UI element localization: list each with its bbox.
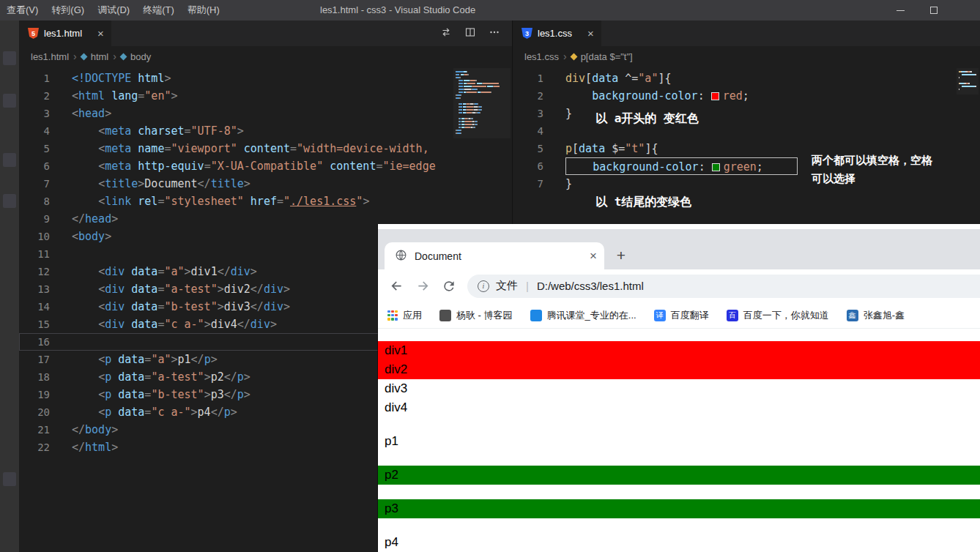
page-div1: div1 [378, 341, 980, 360]
line-number: 4 [19, 122, 72, 140]
tencent-classroom-favicon [530, 310, 542, 321]
code-line-2[interactable]: 2<html lang="en"> [19, 87, 512, 105]
line-number: 9 [19, 210, 72, 228]
close-tab-icon[interactable]: × [97, 28, 104, 39]
breadcrumb-separator: › [113, 51, 116, 62]
annotation-red-note: 以 a开头的 变红色 [595, 111, 699, 127]
code-line-4[interactable]: 4 [513, 122, 980, 140]
line-number: 20 [19, 403, 72, 421]
page-div3: div3 [378, 379, 980, 398]
close-tab-icon[interactable]: × [590, 250, 597, 262]
breadcrumb-separator: › [563, 51, 567, 62]
bookmark-tencent-classroom[interactable]: 腾讯课堂_专业的在... [530, 309, 636, 322]
line-number: 18 [19, 368, 72, 386]
bookmark-baidu-translate[interactable]: 译百度翻译 [654, 309, 709, 322]
bookmark-label: 杨耿 - 博客园 [456, 309, 513, 322]
menu-item[interactable]: 查看(V) [0, 0, 45, 20]
menu-item[interactable]: 转到(G) [45, 0, 91, 20]
menu-item[interactable]: 调试(D) [91, 0, 136, 20]
zhangxinxu-favicon: 鑫 [847, 310, 858, 321]
close-tab-icon[interactable]: × [587, 28, 594, 39]
activity-item[interactable] [3, 51, 16, 65]
code-line-7[interactable]: 7} [513, 175, 980, 193]
editor-actions [440, 20, 512, 46]
code-line-2[interactable]: 2 background-color: red; [513, 87, 980, 105]
code-line-8[interactable]: 8 <link rel="stylesheet" href="./les1.cs… [19, 193, 512, 210]
css-file-icon: 3 [521, 28, 532, 39]
line-number: 17 [19, 351, 72, 368]
line-number: 15 [19, 316, 72, 333]
more-actions-icon[interactable] [489, 26, 500, 41]
page-p1: p1 [378, 432, 980, 451]
line-number: 1 [19, 70, 72, 87]
minimize-button[interactable] [883, 0, 917, 20]
breadcrumb-item-file[interactable]: les1.html [31, 51, 69, 62]
browser-tab-document[interactable]: Document × [385, 242, 604, 269]
line-number: 7 [19, 175, 72, 193]
rendered-page: div1div2div3div4p1p2p3p4 [378, 329, 980, 552]
code-line-6[interactable]: 6 <meta http-equiv="X-UA-Compatible" con… [19, 157, 512, 175]
globe-favicon-icon [395, 249, 407, 264]
minimap[interactable] [453, 68, 511, 138]
annotation-green-note: 以 t结尾的变绿色 [595, 195, 691, 210]
bookmark-label: 应用 [403, 309, 422, 322]
bookmark-yanggeng-blog[interactable]: 杨耿 - 博客园 [439, 309, 513, 322]
color-swatch[interactable] [711, 92, 719, 100]
new-tab-button[interactable]: + [610, 244, 632, 267]
address-url: D:/web/css3/les1.html [537, 280, 644, 292]
code-line-5[interactable]: 5 <meta name="viewport" content="width=d… [19, 140, 512, 157]
browser-tab-strip: Document × + [378, 229, 980, 269]
line-number: 22 [19, 439, 72, 456]
maximize-button[interactable] [917, 0, 951, 20]
breadcrumb-item-selector[interactable]: p[data $="t"] [581, 51, 633, 62]
back-button[interactable] [385, 275, 407, 297]
color-swatch[interactable] [712, 163, 720, 171]
line-number: 6 [19, 157, 72, 175]
window-title: les1.html - css3 - Visual Studio Code [320, 0, 475, 20]
code-line-7[interactable]: 7 <title>Document</title> [19, 175, 512, 193]
code-line-3[interactable]: 3<head> [19, 105, 512, 122]
breadcrumb: les1.html › html › body [19, 46, 512, 67]
code-line-1[interactable]: 1<!DOCTYPE html> [19, 70, 512, 87]
split-editor-icon[interactable] [464, 26, 476, 41]
tab-les1-html[interactable]: 5 les1.html × [19, 20, 111, 46]
activity-item[interactable] [3, 94, 16, 108]
code-line-4[interactable]: 4 <meta charset="UTF-8"> [19, 122, 512, 140]
menu-item[interactable]: 终端(T) [136, 0, 181, 20]
line-number: 8 [19, 193, 72, 210]
activity-bar [0, 20, 19, 552]
bookmark-baidu[interactable]: 百百度一下，你就知道 [727, 309, 829, 322]
line-number: 6 [513, 157, 565, 175]
browser-window: Document × + i 文件 | D:/web/css3/les1.htm… [378, 224, 980, 552]
address-bar[interactable]: i 文件 | D:/web/css3/les1.html [467, 275, 980, 298]
activity-item[interactable] [3, 194, 16, 208]
minimize-icon [897, 10, 905, 11]
page-div4: div4 [378, 398, 980, 417]
bookmark-zhangxinxu[interactable]: 鑫张鑫旭-鑫 [847, 309, 905, 322]
line-number: 3 [513, 105, 565, 122]
breadcrumb-item-file[interactable]: les1.css [524, 51, 559, 62]
menu-item[interactable]: 帮助(H) [181, 0, 226, 20]
apps-grid-icon [387, 310, 398, 321]
page-div2: div2 [378, 360, 980, 379]
line-number: 12 [19, 263, 72, 280]
forward-button[interactable] [412, 275, 434, 297]
code-line-1[interactable]: 1div[data ^="a"]{ [513, 70, 980, 87]
bookmarks-bar: 应用杨耿 - 博客园腾讯课堂_专业的在...译百度翻译百百度一下，你就知道鑫张鑫… [378, 302, 980, 329]
breadcrumb-item-html[interactable]: html [91, 51, 109, 62]
activity-item[interactable] [3, 472, 16, 486]
refresh-button[interactable] [438, 275, 460, 297]
left-tab-bar: 5 les1.html × [19, 20, 512, 46]
line-number: 2 [19, 87, 72, 105]
minimap[interactable] [957, 68, 979, 94]
bookmark-apps[interactable]: 应用 [387, 309, 422, 322]
tab-les1-css[interactable]: 3 les1.css × [513, 20, 601, 46]
activity-item[interactable] [3, 153, 16, 167]
code-line-3[interactable]: 3} [513, 105, 980, 122]
page-info-icon[interactable]: i [478, 280, 489, 292]
breadcrumb-item-body[interactable]: body [130, 51, 151, 62]
layout-toggle-icon[interactable] [440, 26, 452, 41]
bookmark-label: 腾讯课堂_专业的在... [547, 309, 636, 322]
line-number: 2 [513, 87, 565, 105]
selector-symbol-icon [570, 53, 577, 60]
